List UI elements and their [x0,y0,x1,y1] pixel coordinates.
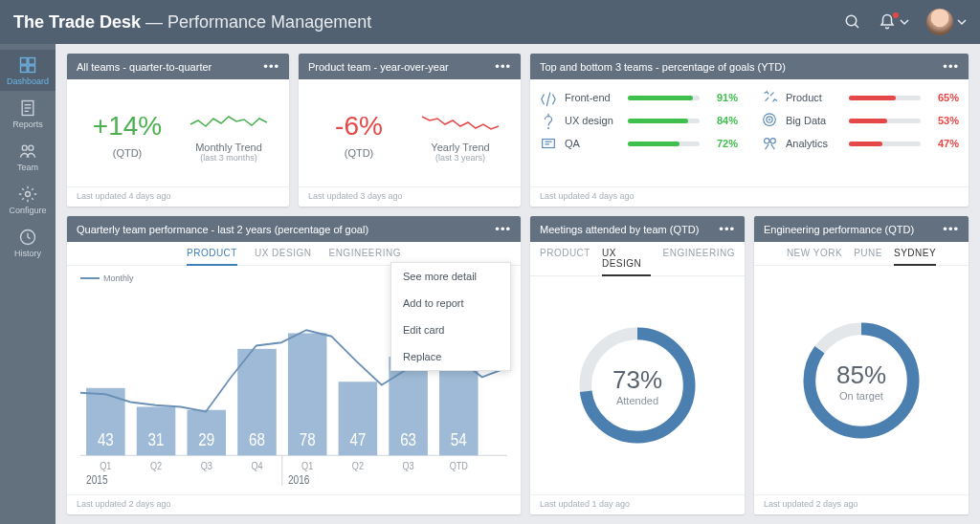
card-menu-icon[interactable]: ••• [719,223,735,235]
card-title: Quarterly team performance - last 2 year… [77,224,368,235]
context-menu: See more detail Add to report Edit card … [390,262,511,371]
goal-bar [849,96,921,100]
team-icon [540,89,557,106]
svg-rect-18 [543,140,555,148]
user-menu[interactable] [926,9,967,35]
goal-bar [628,142,700,146]
kpi-value: +14% [93,111,162,142]
svg-text:47: 47 [349,430,366,450]
svg-text:QTD: QTD [450,460,468,471]
svg-text:Q3: Q3 [403,460,414,471]
dashboard-grid: All teams - quarter-to-quarter••• +14% (… [56,44,980,524]
avatar [926,9,953,35]
svg-point-19 [765,139,769,143]
goal-name: Product [786,92,841,103]
svg-text:78: 78 [300,430,316,450]
goal-name: Big Data [786,115,841,126]
tab-newyork[interactable]: NEW YORK [787,242,842,265]
svg-text:Q3: Q3 [201,460,212,471]
sparkline [422,107,499,136]
search-icon[interactable] [844,13,861,31]
goal-row: UX design 84% [540,112,738,129]
svg-text:43: 43 [98,430,114,450]
nav-history[interactable]: History [0,222,56,263]
nav-team[interactable]: Team [0,136,56,177]
team-icon [540,112,557,129]
card-menu-icon[interactable]: ••• [495,223,511,235]
sidebar: Dashboard Reports Team Configure History [0,44,56,524]
card-quarterly: Quarterly team performance - last 2 year… [67,216,521,514]
goal-pct: 91% [707,92,738,103]
card-menu-icon[interactable]: ••• [943,223,959,235]
card-title: All teams - quarter-to-quarter [77,61,212,73]
card-footer: Last updated 4 days ago [530,186,969,207]
tab-sydney[interactable]: SYDNEY [894,242,936,266]
card-footer: Last updated 1 day ago [530,494,745,514]
tab-engineering[interactable]: ENGINEERING [662,242,735,275]
svg-text:Q2: Q2 [352,460,364,471]
card-menu-icon[interactable]: ••• [495,60,511,73]
goal-name: Front-end [565,92,620,103]
card-footer: Last updated 4 days ago [67,186,289,207]
team-icon [761,112,778,129]
goal-pct: 47% [928,138,959,149]
goal-bar [628,96,700,100]
goal-bar [849,119,921,123]
card-footer: Last updated 3 days ago [299,186,521,207]
card-engineering-perf: Engineering performance (QTD)••• NEW YOR… [754,216,969,514]
card-goals: Top and bottom 3 teams - percentage of g… [530,54,969,207]
svg-text:63: 63 [400,430,416,450]
menu-add-report[interactable]: Add to report [391,290,510,317]
card-menu-icon[interactable]: ••• [943,60,959,73]
card-menu-icon[interactable]: ••• [263,60,279,73]
nav-reports[interactable]: Reports [0,93,56,134]
card-product-team: Product team - year-over-year••• -6% (QT… [299,54,521,207]
tab-ux[interactable]: UX DESIGN [255,242,312,265]
tab-ux[interactable]: UX DESIGN [602,242,652,276]
donut-chart: 73%Attended [575,323,700,448]
donut-chart: 85%On target [799,318,924,443]
svg-text:Q4: Q4 [251,460,262,471]
card-title: Product team - year-over-year [308,61,449,73]
svg-point-0 [846,15,857,26]
tab-pune[interactable]: PUNE [854,242,882,265]
svg-text:Q1: Q1 [100,460,111,471]
goal-bar [849,142,921,146]
goal-row: Analytics 47% [761,135,959,152]
svg-text:29: 29 [198,430,214,450]
svg-point-12 [26,192,31,197]
goal-row: Big Data 53% [761,112,959,129]
tab-product[interactable]: PRODUCT [540,242,590,275]
card-title: Meetings attended by team (QTD) [540,224,699,235]
goal-pct: 84% [707,115,738,126]
card-footer: Last updated 2 days ago [754,494,969,514]
menu-replace[interactable]: Replace [391,343,510,370]
card-footer: Last updated 2 days ago [67,494,521,514]
svg-point-14 [547,127,548,128]
svg-text:2016: 2016 [288,473,310,486]
menu-edit[interactable]: Edit card [391,317,510,343]
svg-line-1 [855,24,858,28]
tab-product[interactable]: PRODUCT [187,242,237,266]
goal-bar [628,119,700,123]
nav-configure[interactable]: Configure [0,179,56,220]
team-icon [540,135,557,152]
svg-text:Q1: Q1 [301,460,313,471]
goal-pct: 65% [928,92,959,103]
svg-rect-5 [29,66,35,73]
menu-detail[interactable]: See more detail [391,263,510,290]
goal-name: UX design [565,115,620,126]
goal-pct: 53% [928,115,959,126]
card-title: Top and bottom 3 teams - percentage of g… [540,61,786,73]
notifications-icon[interactable] [879,13,909,31]
svg-text:54: 54 [451,430,467,450]
nav-dashboard[interactable]: Dashboard [0,50,56,91]
svg-point-20 [770,139,775,143]
svg-rect-4 [21,66,28,73]
goal-name: Analytics [786,138,841,149]
card-title: Engineering performance (QTD) [764,224,914,235]
notification-badge [893,12,899,18]
goal-name: QA [565,138,620,149]
brand: The Trade Desk — Performance Management [13,12,371,33]
goal-row: QA 72% [540,135,738,152]
